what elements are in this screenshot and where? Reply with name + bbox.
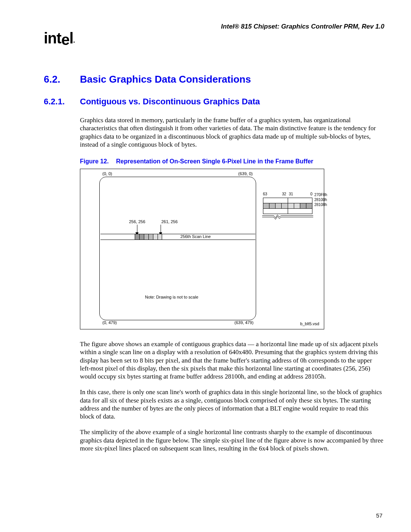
bit-31: 31 [289,192,293,196]
figure-note: Note: Drawing is not to scale [145,295,198,299]
arrow-line-1 [137,225,137,233]
bit-0: 0 [310,192,312,196]
paragraph-1: Graphics data stored in memory, particul… [80,116,384,149]
paragraph-4: The simplicity of the above example of a… [80,428,384,452]
mem-cell [294,203,300,208]
subsection-title: Contiguous vs. Discontinuous Graphics Da… [80,97,260,106]
section-number: 6.2. [44,73,80,85]
figure-diagram: (0, 0) (639, 0) (0, 479) (639, 479) 256,… [80,169,324,329]
paragraph-3: In this case, there is only one scan lin… [80,388,384,420]
subsection-number: 6.2.1. [44,97,80,107]
figure-title: Representation of On-Screen Single 6-Pix… [116,158,313,165]
coord-top-left: (0, 0) [102,171,112,176]
figure-filename: b_blt5.vsd [300,321,319,326]
mem-cell [306,203,312,208]
addr-3: 28108h [314,202,327,207]
pixel-cell [148,234,153,240]
memory-block [263,198,312,214]
coord-top-right: (639, 0) [238,171,253,176]
subsection-heading: 6.2.1.Contiguous vs. Discontinuous Graph… [44,97,384,107]
scan-line: 256th Scan Line [100,234,255,240]
mem-row [263,209,312,214]
mem-zigzag [262,214,313,219]
addr-1: 270F8h [314,192,327,197]
figure-caption: Figure 12.Representation of On-Screen Si… [80,158,384,165]
pixel-block [135,234,162,240]
pixel-end-coord: 261, 256 [161,219,178,224]
pixel-cell [135,234,139,240]
mem-addresses: 270F8h 28100h 28108h [314,192,327,207]
mem-cell [269,203,275,208]
coord-bottom-right: (639, 479) [234,320,253,325]
addr-2: 28100h [314,197,327,202]
pixel-cell [139,234,144,240]
arrow-line-2 [161,225,161,233]
mem-row [263,198,312,203]
running-header: Intel® 815 Chipset: Graphics Controller … [44,23,384,30]
pixel-cell [153,234,158,240]
mem-cell [281,203,287,208]
pixel-start-coord: 256, 256 [129,219,145,224]
paragraph-2: The figure above shows an example of con… [80,340,384,380]
mem-cell [300,203,306,208]
pixel-cell [144,234,148,240]
pixel-cell [158,234,162,240]
mem-row [263,203,312,209]
mem-cell [263,203,269,208]
bit-63: 63 [263,192,267,196]
mem-cell [275,203,281,208]
coord-bottom-left: (0, 479) [102,320,117,325]
intel-logo: intel. [44,30,384,47]
page-number: 57 [376,512,382,519]
scan-line-label: 256th Scan Line [180,234,211,239]
scan-line-group: 256, 256 261, 256 256th Scan Line [100,234,255,240]
bit-32: 32 [282,192,286,196]
section-title: Basic Graphics Data Considerations [80,73,251,85]
figure-label: Figure 12. [80,158,116,165]
mem-cell [288,203,294,208]
section-heading: 6.2.Basic Graphics Data Considerations [44,73,384,85]
